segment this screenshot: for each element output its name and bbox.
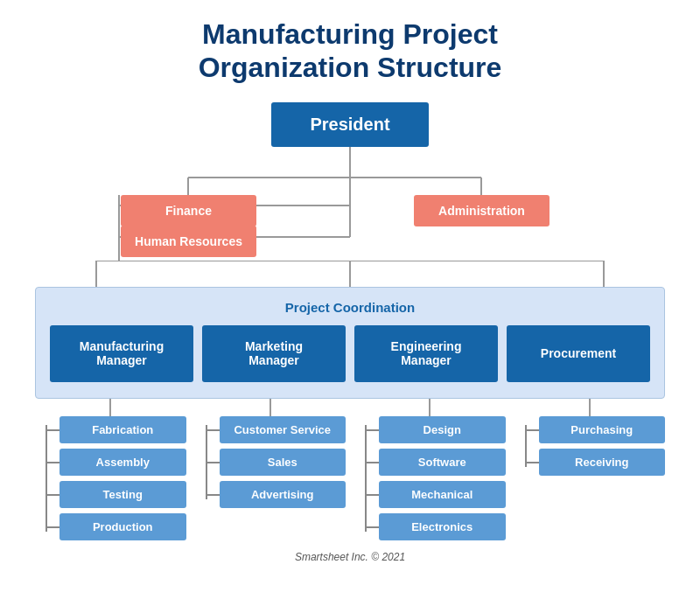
list-item: Receiving xyxy=(527,449,666,476)
engineering-manager-col: Engineering Manager xyxy=(354,325,498,382)
president-node: President xyxy=(271,102,429,147)
list-item: Design xyxy=(367,416,506,443)
title-line1: Manufacturing Project xyxy=(202,18,498,50)
list-item: Testing xyxy=(47,481,186,508)
list-item: Mechanical xyxy=(367,481,506,508)
marketing-manager-col: Marketing Manager xyxy=(202,325,346,382)
list-item: Customer Service xyxy=(207,416,346,443)
procurement-children: Purchasing Receiving xyxy=(514,399,666,540)
marketing-children-list: Customer Service Sales Advertising xyxy=(195,416,346,508)
title-line2: Organization Structure xyxy=(199,52,502,83)
marketing-manager-node: Marketing Manager xyxy=(202,325,346,382)
children-section: Fabrication Assembly Testing Production … xyxy=(35,399,665,540)
project-coordination-section: Project Coordination Manufacturing Manag… xyxy=(35,287,665,399)
procurement-col: Procurement xyxy=(507,325,650,382)
list-item: Electronics xyxy=(367,513,506,540)
list-item: Production xyxy=(47,513,186,540)
manufacturing-children: Fabrication Assembly Testing Production xyxy=(35,399,186,540)
engineering-manager-node: Engineering Manager xyxy=(354,325,498,382)
manufacturing-manager-node: Manufacturing Manager xyxy=(50,325,193,382)
manufacturing-children-list: Fabrication Assembly Testing Production xyxy=(35,416,186,540)
footer: Smartsheet Inc. © 2021 xyxy=(295,551,405,563)
list-item: Fabrication xyxy=(47,416,186,443)
list-item: Advertising xyxy=(207,481,346,508)
list-item: Assembly xyxy=(47,449,186,476)
page-title: Manufacturing Project Organization Struc… xyxy=(199,17,502,85)
list-item: Purchasing xyxy=(527,416,666,443)
managers-row: Manufacturing Manager Marketing Manager … xyxy=(50,325,650,382)
org-chart: President Finance Human R xyxy=(18,102,682,563)
engineering-children: Design Software Mechanical Electronics xyxy=(354,399,506,540)
president-block: President xyxy=(271,102,429,147)
marketing-children: Customer Service Sales Advertising xyxy=(195,399,346,540)
procurement-node: Procurement xyxy=(507,325,650,382)
left-bar-svg xyxy=(18,147,682,261)
project-coord-label: Project Coordination xyxy=(50,300,650,315)
mid-connector xyxy=(18,261,682,287)
manufacturing-manager-col: Manufacturing Manager xyxy=(50,325,193,382)
top-connectors: Finance Human Resources Administration xyxy=(18,147,682,261)
list-item: Sales xyxy=(207,449,346,476)
list-item: Software xyxy=(367,449,506,476)
engineering-children-list: Design Software Mechanical Electronics xyxy=(354,416,506,540)
procurement-children-list: Purchasing Receiving xyxy=(514,416,666,476)
